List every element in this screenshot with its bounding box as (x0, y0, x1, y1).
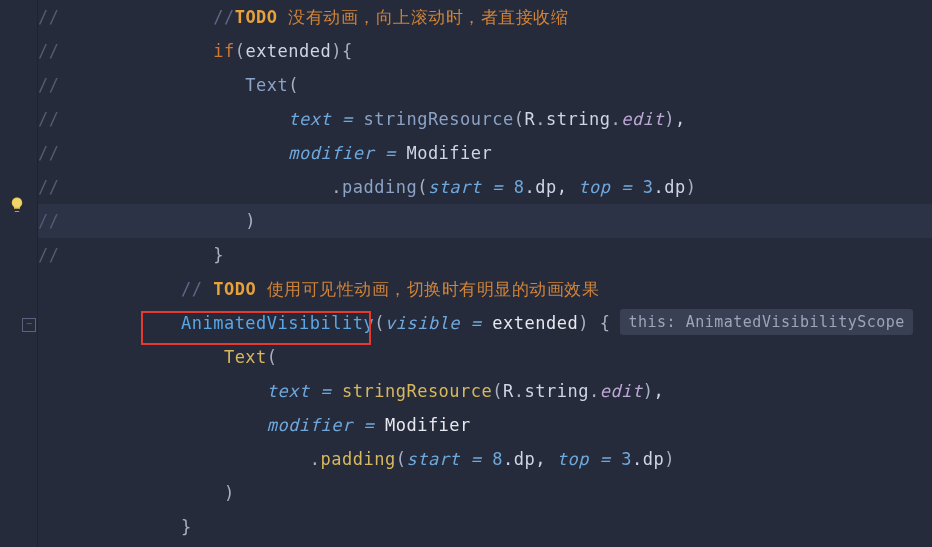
code-line: // if(extended){ (38, 34, 932, 68)
code-line: // TODO 使用可见性动画，切换时有明显的动画效果 (38, 272, 932, 306)
code-area[interactable]: // //TODO 没有动画，向上滚动时，者直接收缩 // if(extende… (38, 0, 932, 547)
editor-gutter: − (0, 0, 38, 547)
code-line: .padding(start = 8.dp, top = 3.dp) (38, 442, 932, 476)
fold-minus-icon[interactable]: − (22, 318, 36, 332)
code-line: AnimatedVisibility(visible = extended) {… (38, 306, 932, 340)
code-line: // //TODO 没有动画，向上滚动时，者直接收缩 (38, 0, 932, 34)
code-line: ) (38, 476, 932, 510)
code-line: Text( (38, 340, 932, 374)
code-editor[interactable]: − // //TODO 没有动画，向上滚动时，者直接收缩 // if(exten… (0, 0, 932, 547)
code-line: // text = stringResource(R.string.edit), (38, 102, 932, 136)
code-line: modifier = Modifier (38, 408, 932, 442)
code-line: // Text( (38, 68, 932, 102)
inlay-hint: this: AnimatedVisibilityScope (620, 309, 912, 335)
code-line: // ) (38, 204, 932, 238)
code-line: // .padding(start = 8.dp, top = 3.dp) (38, 170, 932, 204)
code-line: } (38, 510, 932, 544)
code-line: // } (38, 238, 932, 272)
code-line: text = stringResource(R.string.edit), (38, 374, 932, 408)
code-line: // modifier = Modifier (38, 136, 932, 170)
lightbulb-icon[interactable] (8, 196, 26, 214)
